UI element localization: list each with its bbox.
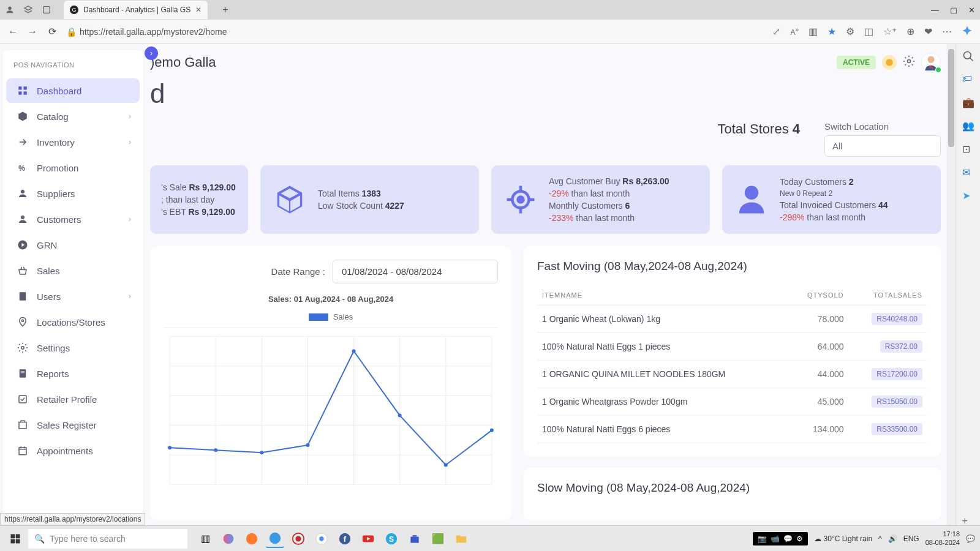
favorite-icon[interactable]: ★ bbox=[827, 26, 836, 37]
stat-card-customer-buy: Avg Customer Buy Rs 8,263.00 -29% than l… bbox=[491, 165, 710, 234]
sidebar-item-grn[interactable]: GRN bbox=[6, 233, 140, 257]
copilot-icon[interactable] bbox=[962, 25, 973, 39]
task-view-icon[interactable]: ▥ bbox=[196, 530, 214, 548]
sync-icon[interactable]: ⊕ bbox=[907, 26, 914, 37]
maximize-button[interactable]: ▢ bbox=[950, 6, 957, 15]
svg-rect-10 bbox=[20, 292, 26, 301]
app-icon[interactable]: 🟩 bbox=[429, 530, 447, 548]
sidebar-item-dashboard[interactable]: Dashboard bbox=[6, 78, 140, 103]
firefox-icon[interactable] bbox=[243, 530, 261, 548]
address-bar[interactable]: 🔒 https://retail.galla.app/mystorev2/hom… bbox=[66, 27, 764, 37]
people-icon[interactable]: 👥 bbox=[962, 120, 974, 132]
store-icon[interactable] bbox=[405, 530, 424, 548]
language-indicator[interactable]: ENG bbox=[903, 534, 919, 543]
profile-icon[interactable] bbox=[5, 5, 15, 15]
sidebar-item-catalog[interactable]: Catalog› bbox=[6, 104, 140, 129]
sidebar-item-suppliers[interactable]: Suppliers bbox=[6, 181, 140, 206]
back-button[interactable]: ← bbox=[7, 26, 18, 37]
browser-tab[interactable]: G Dashboard - Analytics | Galla GS ✕ bbox=[64, 1, 208, 19]
svg-text:S: S bbox=[389, 534, 394, 543]
svg-point-57 bbox=[295, 536, 301, 541]
tray-chevron-icon[interactable]: ^ bbox=[878, 534, 882, 543]
extensions-icon[interactable]: ⚙ bbox=[846, 26, 854, 37]
svg-point-53 bbox=[224, 533, 234, 544]
svg-rect-1 bbox=[43, 7, 50, 13]
svg-point-19 bbox=[886, 59, 893, 66]
svg-point-47 bbox=[490, 429, 494, 432]
sidebar-item-users[interactable]: Users› bbox=[6, 284, 140, 309]
skype-icon[interactable]: S bbox=[382, 530, 401, 548]
read-aloud-icon[interactable]: A» bbox=[790, 26, 799, 37]
reader-icon[interactable]: ▥ bbox=[809, 26, 818, 37]
youtube-icon[interactable] bbox=[359, 530, 377, 548]
collections-icon[interactable]: ☆⁺ bbox=[883, 26, 897, 37]
sidebar-item-label: Customers bbox=[37, 214, 81, 225]
sidebar-item-customers[interactable]: Customers› bbox=[6, 207, 140, 231]
explorer-icon[interactable] bbox=[452, 530, 470, 548]
svg-point-55 bbox=[270, 532, 281, 543]
user-avatar[interactable] bbox=[921, 53, 941, 72]
sidebar-item-retailer-profile[interactable]: Retailer Profile bbox=[6, 387, 140, 411]
tag-icon[interactable]: 🏷 bbox=[962, 73, 974, 86]
sidebar-item-inventory[interactable]: Inventory› bbox=[6, 130, 140, 154]
switch-location-select[interactable]: All bbox=[824, 135, 941, 157]
shopping-icon[interactable]: ❤ bbox=[924, 26, 932, 37]
sidebar: POS NAVIGATION DashboardCatalog›Inventor… bbox=[2, 50, 143, 539]
minimize-button[interactable]: ― bbox=[931, 6, 939, 15]
svg-point-44 bbox=[352, 349, 356, 353]
close-tab-icon[interactable]: ✕ bbox=[195, 6, 202, 14]
search-icon[interactable] bbox=[962, 50, 974, 62]
split-icon[interactable]: ◫ bbox=[864, 26, 873, 37]
sidebar-item-promotion[interactable]: %Promotion bbox=[6, 156, 140, 180]
coin-icon[interactable] bbox=[882, 55, 897, 70]
user-icon bbox=[17, 188, 28, 199]
copilot-taskbar-icon[interactable] bbox=[219, 530, 238, 548]
sidebar-item-sales[interactable]: Sales bbox=[6, 258, 140, 283]
hover-url-tooltip: https://retail.galla.app/mystorev2/locat… bbox=[0, 513, 145, 525]
reload-button[interactable]: ⟳ bbox=[47, 26, 58, 37]
clock[interactable]: 17:18 08-08-2024 bbox=[925, 530, 960, 546]
scrollbar[interactable] bbox=[947, 44, 956, 551]
open-external-icon[interactable]: ⤢ bbox=[772, 26, 780, 37]
tray-black-panel[interactable]: 📷📹💬⚙ bbox=[753, 532, 808, 545]
send-icon[interactable]: ➤ bbox=[962, 190, 974, 202]
new-tab-button[interactable]: + bbox=[222, 4, 228, 15]
image-icon[interactable]: ⊡ bbox=[962, 143, 974, 156]
svg-rect-3 bbox=[24, 86, 27, 89]
tab-actions-icon[interactable] bbox=[42, 5, 51, 15]
sidebar-item-locations-stores[interactable]: Locations/Stores bbox=[6, 310, 140, 334]
outlook-icon[interactable]: ✉ bbox=[962, 167, 974, 179]
start-button[interactable] bbox=[5, 528, 26, 549]
sidebar-item-settings[interactable]: Settings bbox=[6, 335, 140, 360]
more-icon[interactable]: ⋯ bbox=[942, 26, 952, 37]
workspaces-icon[interactable] bbox=[23, 5, 33, 15]
weather-widget[interactable]: ☁ 30°C Light rain bbox=[814, 534, 872, 543]
sidebar-item-sales-register[interactable]: Sales Register bbox=[6, 413, 140, 437]
date-range-input[interactable] bbox=[333, 260, 498, 283]
close-window-button[interactable]: ✕ bbox=[968, 6, 975, 15]
forward-button[interactable]: → bbox=[27, 26, 38, 37]
svg-rect-14 bbox=[21, 371, 24, 372]
svg-point-12 bbox=[21, 347, 24, 350]
settings-icon[interactable] bbox=[903, 55, 915, 70]
sidebar-item-appointments[interactable]: Appointments bbox=[6, 438, 140, 463]
table-header: ITEMNAME bbox=[537, 285, 788, 305]
briefcase-icon[interactable]: 💼 bbox=[962, 97, 974, 109]
edge-icon[interactable] bbox=[266, 530, 284, 548]
record-icon[interactable] bbox=[289, 530, 307, 548]
taskbar-search[interactable]: 🔍 Type here to search bbox=[28, 529, 187, 549]
sidebar-item-reports[interactable]: Reports bbox=[6, 361, 140, 386]
svg-rect-5 bbox=[24, 92, 27, 95]
svg-rect-17 bbox=[19, 422, 26, 429]
chevron-right-icon: › bbox=[129, 292, 131, 301]
sidebar-item-label: Suppliers bbox=[37, 189, 75, 199]
table-header: TOTALSALES bbox=[849, 285, 927, 305]
svg-rect-51 bbox=[11, 539, 15, 543]
facebook-icon[interactable]: f bbox=[336, 530, 354, 548]
notifications-icon[interactable]: 💬 bbox=[966, 534, 975, 543]
sound-icon[interactable]: 🔊 bbox=[888, 534, 897, 543]
pin-icon bbox=[17, 317, 28, 328]
slow-moving-panel: Slow Moving (08 May,2024-08 Aug,2024) bbox=[524, 468, 941, 520]
chrome-icon[interactable] bbox=[312, 530, 331, 548]
sidebar-toggle-button[interactable]: › bbox=[145, 47, 158, 60]
